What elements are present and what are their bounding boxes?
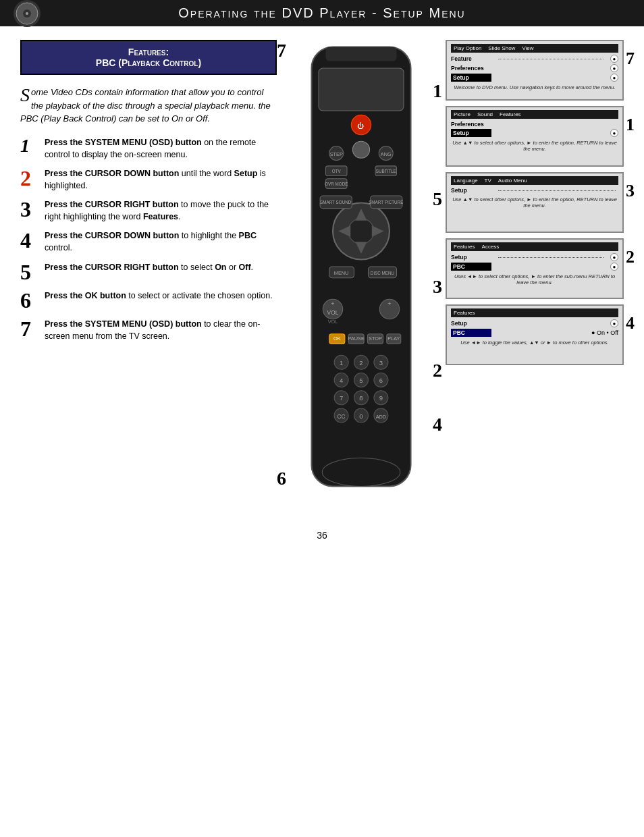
overlay-2: 2 [433, 360, 442, 381]
screenshots-column: Play Option Slide Show View Feature ● Pr… [446, 40, 624, 503]
screenshot-1-row-prefs: Preferences ● [451, 64, 618, 72]
steps-list: 1 Press the SYSTEM MENU (OSD) button on … [20, 136, 277, 342]
svg-text:OK: OK [333, 335, 341, 342]
screenshot-4-menubar: Features Access [451, 242, 618, 251]
svg-text:SUBTITLE: SUBTITLE [376, 169, 396, 173]
step-4-text: Press the CURSOR DOWN button to highligh… [45, 230, 277, 254]
step-3-text: Press the CURSOR RIGHT button to move th… [45, 198, 277, 223]
svg-text:3: 3 [379, 359, 383, 367]
screenshot-3-menubar: Language TV Audio Menu [451, 176, 618, 185]
screenshot-2-footer: Use ▲▼ to select other options, ► to ent… [451, 140, 618, 152]
step-7-text: Press the SYSTEM MENU (OSD) button to cl… [45, 318, 277, 342]
overlay-5: 5 [433, 188, 442, 210]
svg-text:1: 1 [340, 359, 343, 367]
svg-text:MENU: MENU [334, 270, 349, 276]
step-5-bold: Press the CURSOR RIGHT button [45, 263, 179, 272]
step-num-5: 5 [20, 261, 39, 283]
screenshot-2-menubar: Picture Sound Features [451, 110, 618, 119]
screenshot-2-row-prefs: Preferences [451, 121, 618, 128]
svg-text:8: 8 [359, 394, 363, 402]
left-column: Features: PBC (Playback Control) Some Vi… [20, 40, 277, 503]
screenshot-1-footer: Welcome to DVD menu. Use navigation keys… [451, 84, 618, 90]
step-2: 2 Press the CURSOR DOWN button until the… [20, 167, 277, 192]
step-4: 4 Press the CURSOR DOWN button to highli… [20, 230, 277, 254]
main-content: Features: PBC (Playback Control) Some Vi… [0, 26, 644, 516]
page-num-text: 36 [317, 530, 327, 541]
svg-text:STEP: STEP [330, 151, 343, 157]
intro-paragraph: Some Video CDs contain information that … [20, 86, 277, 126]
screenshot-2: Picture Sound Features Preferences Setup… [446, 106, 624, 167]
screenshot-5: Features Setup ● PBC ● On • Off Use ◄► t… [446, 304, 624, 365]
svg-text:6: 6 [379, 377, 383, 384]
screenshot-1: Play Option Slide Show View Feature ● Pr… [446, 40, 624, 101]
svg-text:4: 4 [340, 377, 343, 384]
svg-text:+: + [388, 300, 392, 307]
overlay-7: 7 [277, 40, 286, 61]
features-line2: PBC (Playback Control) [96, 57, 201, 68]
svg-text:5: 5 [359, 377, 363, 384]
overlay-4: 4 [433, 414, 442, 435]
drop-cap: S [20, 86, 30, 105]
screenshot-5-row-pbc: PBC ● On • Off [451, 329, 618, 337]
screenshot-3-footer: Use ▲▼ to select other options, ► to ent… [451, 196, 618, 209]
overlay-6: 6 [277, 468, 286, 489]
svg-text:VOL: VOL [327, 309, 339, 316]
remote-svg: ⏻ STEP ANG OTV OVR MODE SUBTITLE [290, 40, 432, 501]
step-6: 6 Press the OK button to select or activ… [20, 290, 277, 311]
step-4-bold: Press the CURSOR DOWN button [45, 231, 179, 240]
screenshot-4-footer: Uses ◄► to select other options, ► to en… [451, 273, 618, 286]
step-1: 1 Press the SYSTEM MENU (OSD) button on … [20, 136, 277, 161]
svg-text:CC: CC [338, 413, 346, 420]
svg-text:PLAY: PLAY [387, 335, 400, 342]
step-6-text: Press the OK button to select or activat… [45, 290, 273, 302]
screenshot-1-row-setup: Setup ● [451, 74, 618, 82]
svg-rect-5 [319, 68, 404, 111]
page-title: Operating the DVD Player - Setup Menu [14, 5, 630, 21]
svg-text:STOP: STOP [369, 335, 382, 342]
features-line1: Features: [128, 47, 169, 57]
svg-text:9: 9 [379, 394, 383, 402]
svg-text:OTV: OTV [332, 169, 342, 173]
overlay-3: 3 [433, 276, 442, 298]
screenshot-5-row-setup: Setup ● [451, 319, 618, 327]
svg-text:SMART SOUND: SMART SOUND [320, 200, 352, 205]
svg-text:2: 2 [359, 359, 363, 367]
screenshot-badge-2: 2 [626, 247, 635, 267]
step-3-bold: Press the CURSOR RIGHT button [45, 200, 179, 209]
step-7: 7 Press the SYSTEM MENU (OSD) button to … [20, 318, 277, 342]
step-num-1: 1 [20, 136, 39, 155]
step-num-3: 3 [20, 198, 39, 220]
svg-text:OVR MODE: OVR MODE [325, 182, 348, 186]
screenshot-badge-7: 7 [626, 49, 635, 69]
step-1-text: Press the SYSTEM MENU (OSD) button on th… [45, 136, 277, 161]
svg-text:+: + [331, 300, 335, 307]
svg-point-2 [26, 12, 28, 15]
svg-text:VOL: VOL [328, 319, 338, 325]
step-num-7: 7 [20, 318, 39, 340]
remote-area: 7 1 5 3 2 4 6 ⏻ STEP [290, 40, 439, 503]
overlay-1: 1 [433, 80, 442, 102]
step-2-text: Press the CURSOR DOWN button until the w… [45, 167, 277, 192]
svg-point-20 [348, 219, 374, 244]
screenshot-badge-3: 3 [626, 181, 635, 201]
step-num-2: 2 [20, 167, 39, 189]
svg-point-71 [322, 458, 400, 487]
step-num-4: 4 [20, 230, 39, 251]
svg-text:SMART PICTURE: SMART PICTURE [369, 200, 403, 205]
svg-text:0: 0 [359, 412, 363, 420]
svg-text:ADD: ADD [376, 414, 386, 420]
dvd-logo [14, 0, 41, 27]
screenshot-2-row-setup: Setup ● [451, 129, 618, 137]
header-title-text: Operating the DVD Player - Setup Menu [178, 5, 465, 20]
step-5: 5 Press the CURSOR RIGHT button to selec… [20, 261, 277, 283]
screenshot-5-menubar: Features [451, 308, 618, 317]
page-number: 36 [0, 516, 644, 554]
step-num-6: 6 [20, 290, 39, 311]
svg-text:DISC MENU: DISC MENU [371, 271, 395, 275]
svg-text:PAUSE: PAUSE [348, 335, 364, 342]
screenshot-5-footer: Use ◄► to toggle the values, ▲▼ or ► to … [451, 340, 618, 346]
screenshot-3-row-setup: Setup [451, 187, 618, 194]
step-5-text: Press the CURSOR RIGHT button to select … [45, 261, 253, 273]
screenshot-4: Features Access Setup ● PBC ● Uses ◄► to… [446, 238, 624, 299]
screenshot-4-row-pbc: PBC ● [451, 263, 618, 271]
